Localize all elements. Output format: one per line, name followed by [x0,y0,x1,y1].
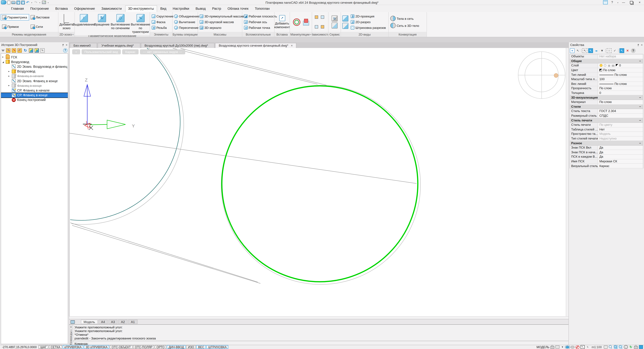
seti-button[interactable]: Сети [29,23,58,30]
projection-2d-button[interactable]: ⫼2D-проекция [350,13,387,19]
solids-to-mesh-button[interactable]: Тела в сеть [389,15,414,21]
toggle-3d-oprivyazka[interactable]: 3D оПРИВЯЗКА [84,345,109,349]
menu-nastroyki[interactable]: Настройки [170,5,192,12]
property-value[interactable] [637,141,643,145]
far-flange-outline-circle[interactable] [221,85,420,285]
cursor-tooltip-icon[interactable]: ↖ [580,345,584,349]
toggle-setka[interactable]: СЕТКА [49,345,62,349]
nanocad-logo-icon[interactable] [1,0,6,4]
zoom-icon[interactable] [609,345,613,349]
menu-3d-instrumenty[interactable]: 3D-инструменты [125,5,157,12]
close-button[interactable]: × [636,0,643,4]
add-component-button[interactable]: ↗Добавить компонент [274,14,290,30]
constraint-icon-2[interactable] [321,15,324,19]
quick-properties-icon[interactable]: ϟ [586,345,590,349]
command-tab-label[interactable]: Команды [70,331,72,345]
rebuild-back-icon[interactable]: ↶ [18,48,22,52]
duct-top-silhouette-line-2[interactable] [180,48,326,85]
service-icon-2[interactable] [332,22,338,28]
notifications-dropdown-icon[interactable]: ▼ [560,345,564,349]
property-value[interactable]: Нет [598,127,643,131]
flat-view-icon-1[interactable] [342,15,348,21]
tree-expander-icon[interactable] [2,61,6,63]
property-value[interactable]: 0 [598,63,643,68]
property-value[interactable]: Да [598,146,643,150]
duct-middle-line[interactable] [70,133,416,183]
undo-icon[interactable]: ↶ [26,0,30,4]
near-flange-edge-arc[interactable] [70,48,180,220]
toolbar-separator[interactable] [618,49,618,53]
toggle-orto[interactable]: ОРТО [155,345,166,349]
tree-2d-eskiz-flanec[interactable]: 2D Эскиз. Фланец в конце [1,78,68,83]
visual-style-chip[interactable]: Каркас [122,49,138,54]
sweep-button[interactable]: ∿Вытягивание по траектории [131,13,150,34]
section-2d-button[interactable]: ▯2D-разрез [350,19,387,25]
minimize-button[interactable]: — [620,0,627,4]
intersect-button[interactable]: Пересечение [173,25,200,30]
orbit-gizmo-icon[interactable] [293,18,300,26]
select-icon[interactable]: ↖ [576,48,580,53]
regen-icon[interactable]: ↻ [629,345,633,349]
locator-widget[interactable] [518,52,565,99]
notes-icon[interactable]: ✎ [40,48,45,52]
locator-camera-dot[interactable] [554,73,558,77]
close-icon[interactable]: × [70,325,72,329]
sheet-model[interactable]: Модель [81,320,98,324]
check-model-icon[interactable]: ✓ [29,48,33,52]
tree-flanec-v-konce[interactable]: Фланец в конце [1,83,68,88]
extrude-button[interactable]: ↑Выдавливание [74,13,93,27]
mirror-3d-button[interactable]: ◫3D-зеркало [199,25,222,30]
constraint-icon-1[interactable] [315,15,318,19]
help-icon[interactable]: ? [631,48,636,53]
property-value[interactable]: По слою [598,68,643,72]
tab-uchebnaya-model[interactable]: Учебная модель.dwg* [98,43,140,48]
save-as-icon[interactable] [21,0,25,4]
auto-rebuild-icon[interactable]: ϟ [34,48,39,52]
rebuild-to-cursor-icon[interactable]: ↷ [6,48,10,52]
redo-icon[interactable]: ↷ [34,0,38,4]
service-icon-1[interactable]: ↻ [332,15,338,21]
property-value[interactable] [637,95,643,100]
sheet-a1[interactable]: A1 [128,320,138,324]
pryamoe-button[interactable]: Прямое [1,23,29,30]
tree-expander-icon[interactable] [8,75,12,77]
rebuild-stop-icon[interactable]: ↷ [12,48,16,52]
thread-button[interactable]: ≡Резьба [151,25,168,30]
section-hatch-button[interactable]: Штриховка разрезов [350,25,387,30]
work-plane-button[interactable]: ◪Рабочая плоскость [243,13,278,19]
selection-filter-icon[interactable]: ▼ [600,48,604,53]
property-value[interactable]: По слою [598,86,643,90]
sheet-list-icon[interactable] [70,320,75,324]
space-mode-label[interactable]: МОДЕЛЬ [536,346,549,349]
chamfer-button[interactable]: Фаска [151,19,166,25]
clear-selection-icon[interactable]: ✕ [625,48,630,53]
qat-customize-icon[interactable]: ▾ [47,0,49,4]
parametrika-button[interactable]: Параметрика [1,14,29,20]
tab-vozduhovod-flancevyj[interactable]: Воздуховод круглого сечения фланцевый.dw… [215,43,296,48]
constraint-icon-3[interactable] [315,25,318,29]
tab-vozduhovod-kruglyj[interactable]: Воздуховод круглый Ду100x2000 (пм).dwg* [141,43,214,48]
new-file-icon[interactable] [8,0,10,4]
toggle-shtrihovka[interactable]: ШТРИХОВКА [206,345,228,349]
property-value[interactable]: СПДС [598,113,643,118]
menu-vid[interactable]: Вид [157,5,169,12]
toolbar-separator[interactable] [606,49,606,53]
property-value[interactable]: По слою [598,82,643,86]
refresh-icon[interactable]: ↻ [23,48,28,52]
menu-oblaka-tochek[interactable]: Облака точек [224,5,252,12]
help-button[interactable]: ? [608,0,616,4]
menu-topoplan[interactable]: Топоплан [252,5,273,12]
annotation-scale-label[interactable]: m1:100 [591,345,603,349]
menu-postroenie[interactable]: Построение [27,5,52,12]
print-icon[interactable] [42,1,46,4]
horizontal-scrollbar[interactable] [69,316,568,319]
help-icon[interactable]: ? [63,48,68,52]
lock-ui-icon[interactable] [634,346,638,349]
mesh-to-solid-button[interactable]: Сеть в 3D-тело [389,23,420,28]
select-fence-icon[interactable]: ◂▸ [594,48,599,53]
highlight-off-icon[interactable] [570,346,574,349]
property-value[interactable]: Да [598,155,643,159]
toggle-izo[interactable]: ИЗО [186,345,196,349]
near-flange-outer-arc[interactable] [72,48,184,224]
tree-sr-flanec-v-nachale[interactable]: СР. Фланец в начале [1,88,68,93]
